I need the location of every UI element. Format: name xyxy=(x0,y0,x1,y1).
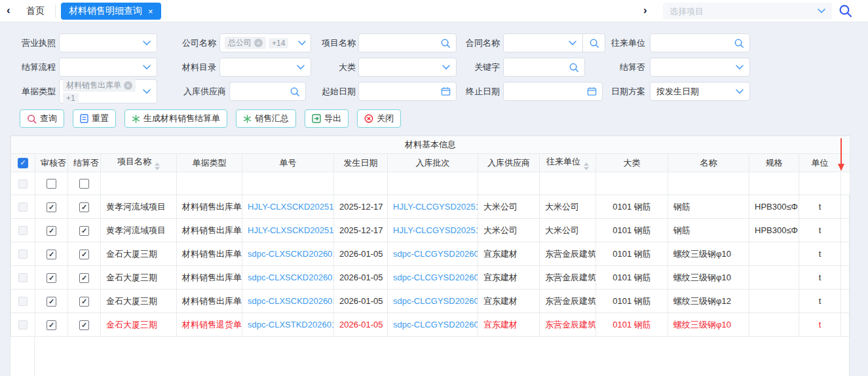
doc-no-link[interactable]: HJLY-CLXSCKD202512 xyxy=(248,202,334,212)
project-name-input[interactable] xyxy=(358,33,457,52)
search-icon[interactable] xyxy=(734,38,744,48)
doc-no-link[interactable]: sdpc-CLXSTKD202601 xyxy=(248,320,334,329)
batch-link[interactable]: sdpc-CLCGYSD202601 xyxy=(393,273,478,282)
results-table: 材料基本信息 ✓ 审核否 结算否 项目名称 单据类型 单号 发生日期 入库批次 … xyxy=(10,136,850,337)
audited-checkbox[interactable]: ✓ xyxy=(47,273,56,283)
project-select-input[interactable] xyxy=(670,7,818,16)
settled-checkbox[interactable]: ✓ xyxy=(79,320,89,330)
cell-name: 螺纹三级钢φ10 xyxy=(668,313,749,337)
keyword-field[interactable] xyxy=(509,62,569,72)
audited-checkbox[interactable]: ✓ xyxy=(47,320,56,330)
settled-checkbox[interactable]: ✓ xyxy=(79,273,89,283)
tag-remove-icon[interactable]: × xyxy=(254,39,263,47)
tag-remove-icon[interactable]: × xyxy=(124,81,132,90)
doc-no-link[interactable]: HJLY-CLXSCKD202512 xyxy=(248,225,334,235)
generate-settlement-button[interactable]: 生成材料销售结算单 xyxy=(124,109,227,128)
counterparty-field[interactable] xyxy=(656,38,734,48)
audited-checkbox[interactable]: ✓ xyxy=(47,202,56,212)
cell-counterparty: 大米公司 xyxy=(540,195,596,219)
row-checkbox[interactable] xyxy=(18,273,28,282)
back-chevron-icon[interactable]: ‹ xyxy=(7,4,10,17)
start-date-input[interactable] xyxy=(358,82,457,101)
settled-checkbox[interactable]: ✓ xyxy=(79,297,89,307)
sales-summary-label: 销售汇总 xyxy=(255,113,289,124)
settled-filter-checkbox[interactable] xyxy=(79,179,89,189)
query-button[interactable]: 查询 xyxy=(20,109,64,128)
tab-material-sales-query[interactable]: 材料销售明细查询 × xyxy=(61,3,161,20)
batch-link[interactable]: HJLY-CLCGYSD202512 xyxy=(393,202,478,212)
batch-link[interactable]: sdpc-CLCGYSD202601 xyxy=(393,296,478,306)
batch-link[interactable]: sdpc-CLCGYSD202601 xyxy=(393,249,478,259)
contract-name-select[interactable] xyxy=(503,33,583,52)
toolbar: 查询 重置 生成材料销售结算单 销售汇总 导出 xyxy=(20,109,401,128)
row-checkbox[interactable] xyxy=(18,179,28,189)
column-header-row: ✓ 审核否 结算否 项目名称 单据类型 单号 发生日期 入库批次 入库供应商 往… xyxy=(11,154,850,172)
counterparty-input[interactable] xyxy=(650,33,750,52)
business-license-select[interactable] xyxy=(59,33,157,52)
settled-select[interactable] xyxy=(650,58,750,77)
forward-chevron-icon[interactable]: › xyxy=(643,4,647,17)
settled-checkbox[interactable]: ✓ xyxy=(79,202,89,212)
material-catalog-select[interactable] xyxy=(219,58,311,77)
row-checkbox[interactable] xyxy=(18,320,28,329)
tab-bar: ‹ 首页 材料销售明细查询 × › xyxy=(0,0,868,22)
inbound-supplier-field[interactable] xyxy=(235,86,290,96)
company-name-multiselect[interactable]: 总公司 × +14 xyxy=(219,33,311,52)
row-checkbox[interactable] xyxy=(18,250,28,259)
cell-unit: t xyxy=(799,266,841,290)
keyword-input[interactable] xyxy=(503,58,585,77)
end-date-input[interactable] xyxy=(503,82,603,101)
scroll-indicator-arrow-icon xyxy=(837,138,846,172)
row-checkbox[interactable] xyxy=(18,202,28,212)
inbound-supplier-input[interactable] xyxy=(229,82,306,101)
doc-no-link[interactable]: sdpc-CLXSCKD202601 xyxy=(248,249,334,259)
row-checkbox[interactable] xyxy=(18,226,28,235)
doc-type-multiselect[interactable]: 材料销售出库单 × +1 xyxy=(59,79,157,103)
cell-date: 2025-12-17 xyxy=(334,219,388,242)
cell-category: 0101 钢筋 xyxy=(596,242,668,266)
settled-checkbox[interactable]: ✓ xyxy=(79,250,89,259)
settled-checkbox[interactable]: ✓ xyxy=(79,226,89,236)
tab-divider xyxy=(55,5,56,18)
sort-icon[interactable] xyxy=(584,162,589,170)
reset-button[interactable]: 重置 xyxy=(73,109,116,128)
sales-summary-button[interactable]: 销售汇总 xyxy=(236,109,296,128)
check-icon: ✓ xyxy=(81,203,87,212)
project-name-field[interactable] xyxy=(364,38,440,48)
doc-no-link[interactable]: sdpc-CLXSCKD202601 xyxy=(248,273,334,282)
batch-link[interactable]: HJLY-CLCGYSD202512 xyxy=(393,225,478,235)
batch-link[interactable]: sdpc-CLCGYSD202601 xyxy=(393,320,478,329)
check-icon: ✓ xyxy=(81,297,87,306)
search-icon[interactable] xyxy=(569,62,579,73)
tab-home[interactable]: 首页 xyxy=(26,5,45,17)
audited-checkbox[interactable]: ✓ xyxy=(47,226,56,236)
doc-no-link[interactable]: sdpc-CLXSCKD202601 xyxy=(248,296,334,306)
check-icon: ✓ xyxy=(48,321,54,329)
select-all-checkbox[interactable]: ✓ xyxy=(18,158,28,168)
settlement-flow-select[interactable] xyxy=(59,58,157,77)
date-scheme-select[interactable]: 按发生日期 xyxy=(650,82,750,101)
project-select[interactable] xyxy=(663,3,832,20)
search-icon[interactable] xyxy=(839,4,852,20)
end-date-label: 终止日期 xyxy=(444,82,500,101)
audited-filter-checkbox[interactable] xyxy=(47,179,56,189)
close-button[interactable]: 关闭 xyxy=(357,109,401,128)
search-icon[interactable] xyxy=(290,86,300,97)
col-project[interactable]: 项目名称 xyxy=(101,154,177,172)
end-date-field[interactable] xyxy=(509,86,587,96)
sort-icon[interactable] xyxy=(155,162,160,170)
audited-checkbox[interactable]: ✓ xyxy=(47,250,56,259)
cell-unit: t xyxy=(799,313,841,337)
export-button[interactable]: 导出 xyxy=(305,109,349,128)
cell-name: 螺纹三级钢φ12 xyxy=(668,290,749,313)
asterisk-icon xyxy=(243,115,252,123)
start-date-label: 起始日期 xyxy=(300,82,356,101)
major-category-select[interactable] xyxy=(358,58,457,77)
audited-checkbox[interactable]: ✓ xyxy=(47,297,56,307)
col-audited: 审核否 xyxy=(35,154,68,172)
tab-close-icon[interactable]: × xyxy=(148,7,153,16)
check-icon: ✓ xyxy=(81,250,87,259)
start-date-field[interactable] xyxy=(364,86,441,96)
row-checkbox[interactable] xyxy=(18,297,28,306)
col-counterparty[interactable]: 往来单位 xyxy=(540,154,596,172)
